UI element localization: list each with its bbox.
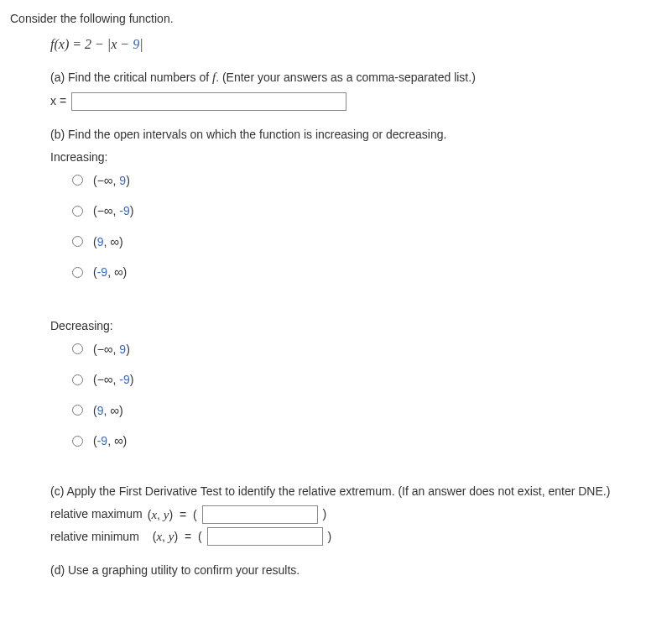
rel-min-input[interactable] [207,527,323,546]
dec-option-2-label: (−∞, -9) [93,370,133,390]
coord-prefix-max: (x, y) = ( [148,505,197,525]
inc-option-1-label: (−∞, 9) [93,171,130,191]
function-expression: f(x) = 2 − |x − 9| [50,34,662,55]
inc-option-4-label: (-9, ∞) [93,263,127,282]
part-d: (d) Use a graphing utility to confirm yo… [50,562,662,579]
dec-option-3-label: (9, ∞) [93,401,123,421]
coord-prefix-min: (x, y) = ( [153,527,202,547]
decreasing-label: Decreasing: [50,317,662,335]
close-paren-max: ) [323,505,327,523]
dec-option-3-radio[interactable] [72,405,83,416]
part-b-prompt: (b) Find the open intervals on which the… [50,126,662,144]
part-c-prompt: (c) Apply the First Derivative Test to i… [50,483,662,500]
dec-option-4-radio[interactable] [72,436,83,447]
part-b: (b) Find the open intervals on which the… [50,126,662,451]
inc-option-1-radio[interactable] [72,175,83,186]
inc-option-2-label: (−∞, -9) [93,201,133,221]
decreasing-options: (−∞, 9) (−∞, -9) (9, ∞) (-9, ∞) [72,340,662,451]
rel-min-label: relative minimum [50,528,139,546]
part-c: (c) Apply the First Derivative Test to i… [50,483,662,547]
part-a-var: x = [50,92,66,110]
dec-option-1-radio[interactable] [72,343,83,354]
dec-option-1-label: (−∞, 9) [93,340,130,359]
increasing-label: Increasing: [50,149,662,166]
dec-option-4-label: (-9, ∞) [93,432,127,451]
inc-option-4-radio[interactable] [72,267,83,278]
increasing-options: (−∞, 9) (−∞, -9) (9, ∞) (-9, ∞) [72,171,662,282]
critical-numbers-input[interactable] [71,92,346,111]
rel-max-input[interactable] [202,505,318,524]
part-d-prompt: (d) Use a graphing utility to confirm yo… [50,562,662,579]
inc-option-2-radio[interactable] [72,206,83,217]
part-a: (a) Find the critical numbers of f. (Ent… [50,68,662,111]
inc-option-3-radio[interactable] [72,236,83,247]
part-a-prompt: (a) Find the critical numbers of f. (Ent… [50,68,662,87]
problem-intro: Consider the following function. [10,10,662,28]
inc-option-3-label: (9, ∞) [93,233,123,252]
dec-option-2-radio[interactable] [72,374,83,385]
close-paren-min: ) [328,528,332,546]
rel-max-label: relative maximum [50,505,143,523]
